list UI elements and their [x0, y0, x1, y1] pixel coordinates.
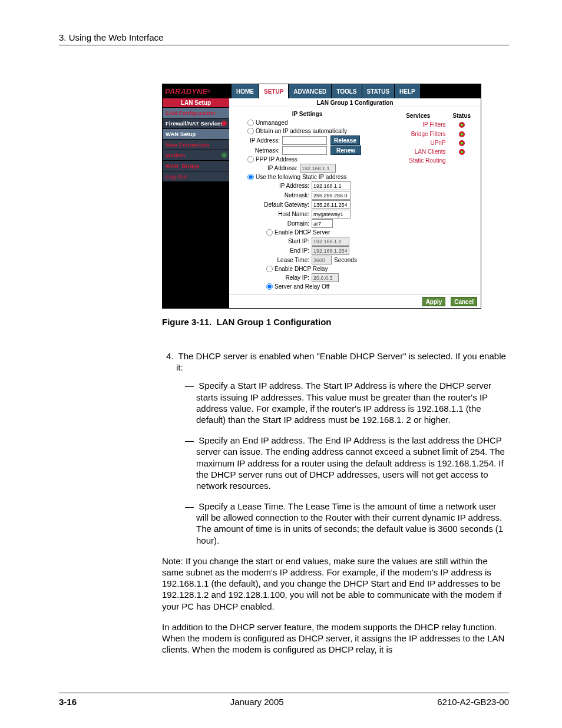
service-upnp[interactable]: UPnP [390, 139, 447, 147]
tab-advanced[interactable]: ADVANCED [289, 84, 332, 98]
apply-button[interactable]: Apply [422, 297, 446, 306]
start-ip-input [312, 237, 349, 246]
radio-obtain-auto-label: Obtain an IP address automatically [256, 128, 347, 134]
status-dot-icon [459, 149, 465, 155]
label-end-ip: End IP: [233, 247, 312, 254]
label-hostname: Host Name: [233, 211, 312, 217]
label-relay-ip: Relay IP: [233, 274, 312, 281]
status-dot-icon [222, 121, 227, 126]
gateway-input[interactable] [312, 200, 351, 209]
status-head: Status [448, 112, 476, 120]
tab-tools[interactable]: TOOLS [332, 84, 362, 98]
label-ip-address: IP Address: [233, 137, 282, 144]
dash-item-3: — Specify a Lease Time. The Lease Time i… [185, 501, 509, 546]
label-static-ip: IP Address: [233, 183, 312, 189]
radio-server-relay-off[interactable] [266, 283, 273, 290]
brand-logo: PARADYNE® [163, 84, 232, 98]
radio-enable-dhcp-server-label: Enable DHCP Server [275, 229, 330, 236]
obtain-netmask-input[interactable] [282, 146, 327, 155]
label-static-netmask: Netmask: [233, 192, 312, 198]
sidebar-item-firewall-nat[interactable]: Firewall/NAT Services [163, 118, 229, 129]
dash-item-2: — Specify an End IP address. The End IP … [185, 435, 509, 491]
static-netmask-input[interactable] [312, 191, 351, 200]
hostname-input[interactable] [312, 210, 351, 219]
page-footer: 3-16 January 2005 6210-A2-GB23-00 [59, 693, 509, 707]
obtain-ip-input[interactable] [282, 136, 327, 145]
sidebar: LAN Setup LAN Configuration Firewall/NAT… [163, 98, 229, 308]
services-head: Services [390, 112, 447, 120]
status-dot-icon [222, 153, 227, 158]
radio-ppp-ip-label: PPP IP Address [256, 156, 297, 163]
radio-obtain-auto[interactable] [247, 128, 254, 134]
domain-input[interactable] [312, 219, 333, 228]
header-rule [59, 45, 509, 45]
radio-enable-dhcp-relay[interactable] [266, 266, 273, 272]
sidebar-item-log-out[interactable]: Log Out [163, 171, 229, 182]
body-paragraph: In addition to the DHCP server feature, … [162, 621, 509, 656]
label-gateway: Default Gateway: [233, 201, 312, 208]
tab-status[interactable]: STATUS [362, 84, 395, 98]
ip-settings-heading: IP Settings [233, 110, 382, 118]
list-item-4: 4. The DHCP server is enabled when "Enab… [166, 350, 509, 373]
radio-enable-dhcp-server[interactable] [266, 229, 273, 236]
static-ip-input[interactable] [312, 181, 351, 190]
service-static-routing[interactable]: Static Routing [390, 157, 447, 164]
radio-unmanaged-label: Unmanaged [256, 120, 287, 126]
page-number: 3-16 [59, 697, 77, 707]
cancel-button[interactable]: Cancel [451, 297, 477, 306]
ppp-ip-input [300, 164, 336, 173]
sidebar-item-wan-bridge[interactable]: WAN_Bridge [163, 161, 229, 171]
status-dot-icon [459, 122, 465, 128]
label-start-ip: Start IP: [233, 238, 312, 244]
note-paragraph: Note: If you change the start or end val… [162, 555, 509, 612]
radio-static-ip-label: Use the following Static IP address [256, 174, 346, 180]
radio-enable-dhcp-relay-label: Enable DHCP Relay [275, 266, 328, 272]
sidebar-item-new-connection[interactable]: New Connection [163, 140, 229, 150]
renew-button[interactable]: Renew [330, 145, 361, 155]
status-dot-icon [459, 131, 465, 137]
radio-server-relay-off-label: Server and Relay Off [275, 283, 329, 290]
label-seconds: Seconds [334, 257, 357, 263]
sidebar-item-modem[interactable]: Modem [163, 150, 229, 161]
router-ui-screenshot: PARADYNE® HOME SETUP ADVANCED TOOLS STAT… [162, 84, 481, 309]
service-bridge-filters[interactable]: Bridge Filters [390, 130, 447, 137]
relay-ip-input [312, 273, 339, 282]
radio-unmanaged[interactable] [247, 120, 254, 126]
service-lan-clients[interactable]: LAN Clients [390, 148, 447, 155]
services-table: ServicesStatus IP Filters Bridge Filters… [389, 111, 477, 166]
sidebar-title: LAN Setup [163, 98, 229, 108]
radio-ppp-ip[interactable] [247, 156, 254, 163]
page-title: LAN Group 1 Configuration [229, 98, 481, 107]
status-dot-icon [459, 140, 465, 146]
service-ip-filters[interactable]: IP Filters [390, 121, 447, 128]
release-button[interactable]: Release [330, 135, 360, 145]
footer-doc-id: 6210-A2-GB23-00 [437, 697, 509, 707]
tab-setup[interactable]: SETUP [259, 84, 289, 98]
label-lease-time: Lease Time: [233, 257, 312, 263]
label-domain: Domain: [233, 220, 312, 227]
figure-caption: Figure 3-11. LAN Group 1 Configuration [162, 317, 509, 327]
chapter-header: 3. Using the Web Interface [59, 32, 509, 42]
sidebar-item-lan-configuration[interactable]: LAN Configuration [163, 108, 229, 118]
tab-home[interactable]: HOME [232, 84, 259, 98]
footer-date: January 2005 [230, 697, 284, 707]
tab-help[interactable]: HELP [395, 84, 421, 98]
label-netmask: Netmask: [233, 147, 282, 154]
end-ip-input [312, 246, 349, 255]
sidebar-item-wan-setup[interactable]: WAN Setup [163, 129, 229, 140]
dash-item-1: — Specify a Start IP address. The Start … [185, 380, 509, 425]
label-ppp-ip: IP Address: [233, 165, 300, 171]
lease-time-input [312, 256, 332, 264]
radio-static-ip[interactable] [247, 174, 254, 180]
